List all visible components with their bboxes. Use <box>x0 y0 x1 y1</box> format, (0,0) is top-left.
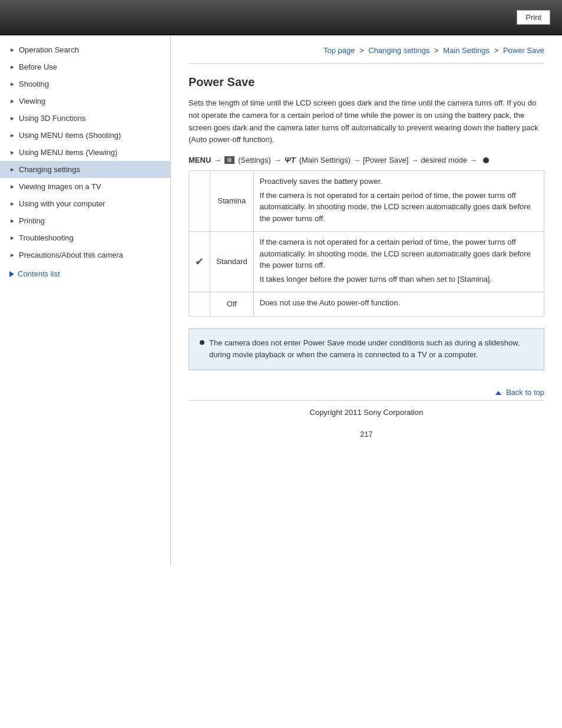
mode-desc-1: If the camera is not operated for a cert… <box>253 232 544 292</box>
breadcrumb: Top page > Changing settings > Main Sett… <box>189 41 544 64</box>
breadcrumb-power-save[interactable]: Power Save <box>503 46 544 55</box>
sidebar-label-12: Precautions/About this camera <box>19 251 123 259</box>
main-settings-icon: ΨT <box>285 156 296 164</box>
sidebar-label-4: Using 3D Functions <box>19 114 85 123</box>
sidebar-label-7: Changing settings <box>19 165 80 174</box>
modes-table: Stamina Proactively saves the battery po… <box>189 170 544 317</box>
mode-name-2: Off <box>210 292 254 317</box>
breadcrumb-sep2: > <box>434 46 439 55</box>
sidebar-label-2: Shooting <box>19 80 49 88</box>
sidebar-arrow-2: ► <box>9 81 15 87</box>
sidebar-item-12[interactable]: ►Precautions/About this camera <box>0 246 170 263</box>
sidebar-arrow-7: ► <box>9 166 15 173</box>
sidebar-item-1[interactable]: ►Before Use <box>0 58 170 75</box>
sidebar-label-6: Using MENU items (Viewing) <box>19 148 117 157</box>
arrow3: → <box>353 156 361 164</box>
arrow4: → <box>411 156 418 164</box>
sidebar-item-3[interactable]: ►Viewing <box>0 93 170 110</box>
contents-list-link[interactable]: Contents list <box>0 263 170 284</box>
arrow1: → <box>213 156 221 164</box>
settings-text: (Settings) <box>238 156 271 164</box>
sidebar-arrow-10: ► <box>9 218 15 224</box>
mode-desc-0: Proactively saves the battery power.If t… <box>253 171 544 232</box>
check-mark-1: ✔ <box>195 256 204 268</box>
table-row: Off Does not use the Auto power-off func… <box>189 292 544 317</box>
sidebar-arrow-12: ► <box>9 252 15 258</box>
settings-icon: ⚙ <box>224 156 234 164</box>
sidebar-item-4[interactable]: ►Using 3D Functions <box>0 110 170 127</box>
print-button[interactable]: Print <box>517 10 550 25</box>
breadcrumb-changing-settings[interactable]: Changing settings <box>368 46 429 55</box>
sidebar-label-9: Using with your computer <box>19 199 105 208</box>
sidebar-item-6[interactable]: ►Using MENU items (Viewing) <box>0 144 170 161</box>
back-to-top-link[interactable]: Back to top <box>495 388 544 397</box>
page-number-value: 217 <box>360 430 373 439</box>
header-bar: Print <box>0 0 562 35</box>
contents-list-label: Contents list <box>18 269 60 278</box>
arrow-right-icon <box>9 271 14 277</box>
arrow5: → <box>470 156 477 164</box>
sidebar-arrow-9: ► <box>9 200 15 207</box>
mode-name-0: Stamina <box>210 171 254 232</box>
page-title: Power Save <box>189 75 544 89</box>
sidebar-arrow-3: ► <box>9 98 15 104</box>
sidebar-label-11: Troubleshooting <box>19 233 74 242</box>
check-cell-0 <box>189 171 210 232</box>
triangle-icon <box>495 391 501 395</box>
sidebar-item-0[interactable]: ►Operation Search <box>0 41 170 58</box>
table-row: ✔ Standard If the camera is not operated… <box>189 232 544 292</box>
menu-path: MENU → ⚙ (Settings) → ΨT (Main Settings)… <box>189 156 544 164</box>
back-to-top: Back to top <box>189 382 544 400</box>
table-row: Stamina Proactively saves the battery po… <box>189 171 544 232</box>
main-settings-text: (Main Settings) <box>299 156 351 164</box>
sidebar-item-10[interactable]: ►Printing <box>0 212 170 229</box>
note-dot <box>200 340 204 345</box>
breadcrumb-sep1: > <box>359 46 364 55</box>
sidebar-item-11[interactable]: ►Troubleshooting <box>0 229 170 246</box>
page-number: 217 <box>189 424 544 450</box>
sidebar-arrow-5: ► <box>9 132 15 139</box>
note-text: The camera does not enter Power Save mod… <box>209 337 533 362</box>
sidebar-item-5[interactable]: ►Using MENU items (Shooting) <box>0 127 170 144</box>
breadcrumb-main-settings[interactable]: Main Settings <box>443 46 490 55</box>
sidebar-label-0: Operation Search <box>19 45 79 54</box>
power-save-bracket: [Power Save] <box>363 156 408 164</box>
sidebar-arrow-8: ► <box>9 183 15 190</box>
sidebar-item-2[interactable]: ►Shooting <box>0 75 170 93</box>
mode-desc-2: Does not use the Auto power-off function… <box>253 292 544 317</box>
sidebar-label-5: Using MENU items (Shooting) <box>19 131 121 140</box>
menu-label: MENU <box>189 156 211 164</box>
sidebar-item-7[interactable]: ►Changing settings <box>0 161 170 178</box>
sidebar-item-9[interactable]: ►Using with your computer <box>0 195 170 212</box>
content-area: Top page > Changing settings > Main Sett… <box>171 35 562 566</box>
sidebar-label-1: Before Use <box>19 62 57 71</box>
sidebar-arrow-11: ► <box>9 235 15 241</box>
sidebar-arrow-6: ► <box>9 149 15 156</box>
sidebar-arrow-4: ► <box>9 115 15 121</box>
check-cell-1: ✔ <box>189 232 210 292</box>
sidebar-items-container: ►Operation Search►Before Use►Shooting►Vi… <box>0 41 170 263</box>
mode-name-1: Standard <box>210 232 254 292</box>
sidebar-label-8: Viewing images on a TV <box>19 182 101 191</box>
sidebar-label-3: Viewing <box>19 97 45 106</box>
note-bullet: The camera does not enter Power Save mod… <box>200 337 533 362</box>
desired-mode: desired mode <box>421 156 467 164</box>
note-box: The camera does not enter Power Save mod… <box>189 328 544 371</box>
arrow2: → <box>273 156 281 164</box>
sidebar-arrow-0: ► <box>9 47 15 53</box>
check-cell-2 <box>189 292 210 317</box>
main-layout: ►Operation Search►Before Use►Shooting►Vi… <box>0 35 562 566</box>
sidebar-arrow-1: ► <box>9 64 15 70</box>
sidebar-item-8[interactable]: ►Viewing images on a TV <box>0 178 170 195</box>
description: Sets the length of time until the LCD sc… <box>189 97 544 146</box>
sidebar-label-10: Printing <box>19 216 45 225</box>
breadcrumb-top-page[interactable]: Top page <box>323 46 355 55</box>
footer: Copyright 2011 Sony Corporation <box>189 400 544 424</box>
bullet-dot <box>483 157 489 163</box>
sidebar: ►Operation Search►Before Use►Shooting►Vi… <box>0 35 171 566</box>
breadcrumb-sep3: > <box>494 46 499 55</box>
copyright-text: Copyright 2011 Sony Corporation <box>310 408 424 417</box>
back-to-top-label: Back to top <box>506 388 544 397</box>
